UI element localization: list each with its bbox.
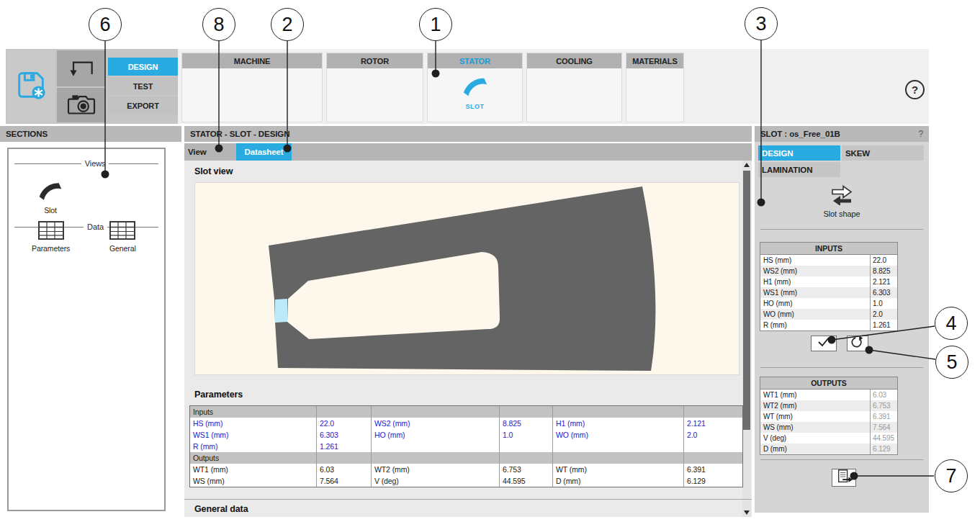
slot-wedge-shape [275, 299, 287, 323]
callout-2: 2 [271, 8, 304, 41]
outputs-table-title: OUTPUTS [760, 377, 897, 390]
data-group-label: Data [87, 222, 104, 231]
general-table-icon [109, 221, 135, 241]
table-row: HS (mm)22.0 WS2 (mm)8.825 H1 (mm)2.121 [190, 418, 742, 429]
slot-item-label: Slot [44, 206, 57, 215]
callout-7: 7 [935, 459, 968, 492]
table-row: WS1 (mm)6.303 HO (mm)1.0 WO (mm)2.0 [190, 429, 742, 441]
sidebar-item-slot[interactable]: Slot [37, 181, 63, 215]
input-row[interactable]: WS1 (mm)6.303 [760, 287, 897, 298]
input-row[interactable]: WS2 (mm)8.825 [760, 266, 897, 276]
save-icon [14, 68, 48, 104]
outputs-table: OUTPUTS WT1 (mm)6.03 WT2 (mm)6.753 WT (m… [760, 377, 898, 455]
slot-arc-icon [462, 76, 489, 101]
inputs-table: INPUTS HS (mm)22.0 WS2 (mm)8.825 H1 (mm)… [760, 242, 898, 331]
parameters-table-icon [38, 221, 64, 241]
slot-properties-panel: DESIGN SKEW LAMINATION Slot shape INPUTS… [755, 142, 929, 513]
slot-cross-section-drawing [195, 183, 739, 374]
parameters-title: Parameters [194, 390, 243, 400]
stator-slot-label: SLOT [466, 103, 485, 110]
general-data-title: General data [194, 504, 248, 514]
help-icon: ? [912, 84, 918, 96]
design-mode-button[interactable]: DESIGN [108, 58, 178, 76]
cooling-card: COOLING [526, 53, 622, 122]
callout-6: 6 [89, 8, 122, 41]
slot-view-canvas[interactable] [194, 182, 740, 375]
tab-datasheet-label: Datasheet [244, 148, 283, 156]
rotor-card: ROTOR [326, 53, 423, 122]
tab-machine[interactable]: MACHINE [182, 53, 322, 68]
tab-materials[interactable]: MATERIALS [626, 53, 683, 68]
divider [760, 367, 923, 368]
design-mode-label: DESIGN [128, 63, 158, 71]
machine-tab-label: MACHINE [234, 57, 271, 66]
table-row: R (mm)1.261 [190, 441, 742, 452]
rotor-tab-label: ROTOR [361, 57, 389, 66]
input-row[interactable]: HS (mm)22.0 [760, 255, 897, 266]
stator-tab-label: STATOR [459, 57, 490, 66]
export-mode-label: EXPORT [127, 102, 159, 110]
views-group-label: Views [85, 159, 106, 168]
tab-skew[interactable]: SKEW [842, 145, 924, 161]
stator-slot-item[interactable]: SLOT [428, 76, 522, 110]
slot-panel-help-icon[interactable]: ? [918, 129, 923, 139]
apply-button[interactable] [811, 336, 837, 351]
output-row: WS (mm)7.564 [760, 422, 897, 433]
tab-lamination[interactable]: LAMINATION [758, 162, 840, 177]
help-button[interactable]: ? [905, 80, 925, 99]
slot-shape-button[interactable]: Slot shape [755, 184, 929, 218]
input-row[interactable]: HO (mm)1.0 [760, 298, 897, 309]
undo-button[interactable] [57, 50, 106, 86]
slot-view-title: Slot view [194, 166, 233, 176]
main-vertical-scrollbar[interactable] [742, 161, 751, 517]
tab-rotor[interactable]: ROTOR [327, 53, 423, 68]
rotate-ccw-icon [851, 336, 864, 351]
breadcrumb: STATOR - SLOT - DESIGN [190, 130, 289, 138]
output-row: WT1 (mm)6.03 [760, 390, 897, 400]
check-icon [815, 336, 832, 351]
test-mode-label: TEST [133, 82, 153, 91]
views-group-divider: Views [9, 159, 164, 168]
parameters-table: Inputs HS (mm)22.0 WS2 (mm)8.825 H1 (mm)… [189, 405, 743, 487]
slot-shape-arrows-icon [827, 184, 856, 208]
machine-card: MACHINE [181, 53, 323, 122]
slot-panel-title: SLOT : os_Free_01B [760, 130, 840, 138]
sidebar-item-general[interactable]: General [109, 221, 136, 253]
output-row: WT2 (mm)6.753 [760, 400, 897, 411]
slot-shape-label: Slot shape [824, 210, 860, 218]
sections-panel-header: SECTIONS [0, 126, 181, 142]
materials-card: MATERIALS [626, 53, 684, 122]
camera-icon [66, 91, 97, 120]
undo-arrow-icon [66, 56, 97, 81]
input-row[interactable]: R (mm)1.261 [760, 320, 897, 330]
divider [760, 459, 923, 460]
scroll-down-icon[interactable] [744, 510, 750, 515]
tab-view[interactable]: View [184, 143, 236, 161]
reset-button[interactable] [847, 336, 868, 351]
scroll-up-icon[interactable] [744, 163, 750, 167]
parameters-item-label: Parameters [32, 244, 70, 253]
scrollbar-thumb[interactable] [743, 171, 750, 430]
input-row[interactable]: WO (mm)2.0 [760, 309, 897, 320]
slot-panel-header: SLOT : os_Free_01B ? [755, 126, 929, 142]
tab-stator[interactable]: STATOR [428, 53, 522, 68]
callout-3: 3 [745, 7, 778, 40]
test-mode-button[interactable]: TEST [108, 77, 178, 95]
table-row: WS (mm)7.564 V (deg)44.595 D (mm)6.129 [190, 475, 742, 487]
export-report-button[interactable] [832, 469, 856, 487]
save-button[interactable] [7, 50, 55, 122]
sidebar-item-parameters[interactable]: Parameters [32, 221, 70, 253]
general-item-label: General [109, 244, 136, 253]
input-row[interactable]: H1 (mm)2.121 [760, 276, 897, 287]
callout-5: 5 [935, 346, 968, 379]
table-row: WT1 (mm)6.03 WT2 (mm)6.753 WT (mm)6.391 [190, 464, 742, 475]
main-panel-header: STATOR - SLOT - DESIGN [184, 126, 752, 142]
callout-1: 1 [419, 8, 452, 41]
screenshot-button[interactable] [57, 88, 106, 122]
tab-datasheet[interactable]: Datasheet [236, 143, 292, 161]
materials-tab-label: MATERIALS [632, 57, 677, 66]
section-divider [184, 499, 752, 500]
tab-cooling[interactable]: COOLING [527, 53, 621, 68]
export-mode-button[interactable]: EXPORT [108, 96, 178, 114]
tab-design[interactable]: DESIGN [758, 145, 840, 161]
